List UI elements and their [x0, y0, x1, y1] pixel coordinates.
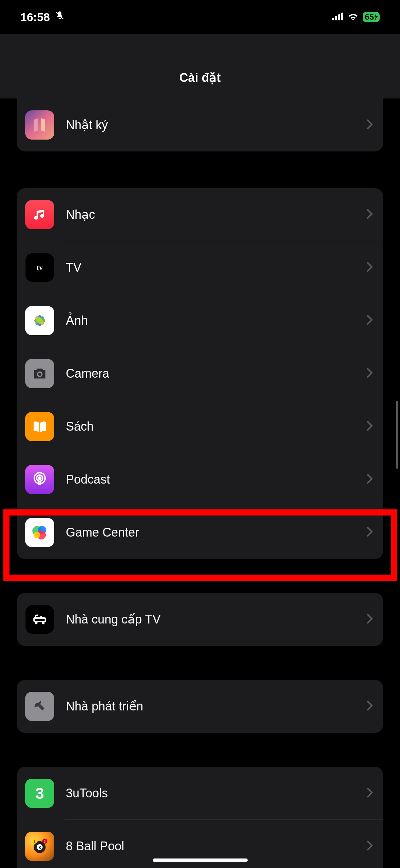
chevron-right-icon: [367, 119, 373, 131]
svg-rect-4: [341, 13, 343, 20]
settings-row-3utools[interactable]: 3 3uTools: [17, 767, 383, 820]
settings-row-label: Camera: [66, 366, 367, 381]
nav-header: Cài đặt: [0, 34, 400, 98]
tv-icon: tv: [25, 253, 54, 282]
books-icon: [25, 412, 54, 441]
chevron-right-icon: [367, 614, 373, 625]
settings-row-label: 3uTools: [66, 786, 367, 800]
settings-row-podcast[interactable]: Podcast: [17, 453, 383, 506]
chevron-right-icon: [367, 788, 373, 799]
settings-row-gamecenter[interactable]: Game Center: [17, 506, 383, 559]
settings-row-label: Nhà cung cấp TV: [66, 612, 367, 627]
settings-row-label: TV: [66, 260, 367, 275]
settings-row-label: 8 Ball Pool: [66, 839, 367, 853]
svg-point-24: [36, 622, 37, 623]
chevron-right-icon: [367, 421, 373, 432]
chevron-right-icon: [367, 474, 373, 485]
chevron-right-icon: [367, 701, 373, 712]
svg-point-18: [38, 477, 41, 479]
status-left: 16:58: [20, 10, 65, 24]
chevron-right-icon: [367, 368, 373, 379]
battery-indicator: 65: [363, 12, 380, 22]
settings-row-label: Podcast: [66, 472, 367, 487]
settings-row-label: Ảnh: [66, 313, 367, 328]
cellular-signal-icon: [332, 12, 344, 22]
svg-text:8: 8: [39, 845, 41, 850]
scroll-indicator[interactable]: [396, 401, 398, 469]
settings-row-journal[interactable]: Nhật ký: [17, 98, 383, 151]
home-indicator[interactable]: [153, 858, 248, 862]
settings-row-label: Game Center: [66, 525, 367, 540]
svg-point-14: [38, 373, 41, 376]
settings-row-tvprovider[interactable]: Nhà cung cấp TV: [17, 593, 383, 646]
8ball-pool-icon: 813: [25, 832, 54, 861]
3utools-icon: 3: [25, 779, 54, 808]
music-icon: [25, 200, 54, 229]
settings-row-label: Sách: [66, 419, 367, 434]
svg-text:3: 3: [44, 840, 46, 843]
svg-text:1: 1: [34, 840, 36, 843]
settings-row-label: Nhà phát triển: [66, 699, 367, 713]
podcast-icon: [25, 465, 54, 494]
settings-group: Nhật ký: [17, 98, 383, 151]
camera-icon: [25, 359, 54, 388]
settings-group: Nhạc tv TV Ảnh Camera: [17, 188, 383, 559]
chevron-right-icon: [367, 315, 373, 326]
developer-icon: [25, 692, 54, 721]
settings-row-label: Nhật ký: [66, 118, 367, 132]
svg-rect-2: [335, 16, 337, 20]
silent-mode-icon: [55, 10, 65, 24]
settings-row-photos[interactable]: Ảnh: [17, 294, 383, 347]
svg-point-22: [34, 532, 40, 538]
settings-row-camera[interactable]: Camera: [17, 347, 383, 400]
page-title: Cài đặt: [179, 71, 221, 85]
battery-percent: 65: [365, 12, 374, 22]
settings-row-tv[interactable]: tv TV: [17, 241, 383, 294]
svg-rect-3: [338, 14, 340, 20]
settings-row-label: Nhạc: [66, 207, 367, 222]
game-center-icon: [25, 518, 54, 547]
svg-point-25: [42, 622, 44, 623]
journal-icon: [25, 110, 54, 140]
status-bar: 16:58 65: [0, 0, 400, 34]
tv-provider-icon: [25, 605, 54, 634]
settings-group: Nhà cung cấp TV: [17, 593, 383, 646]
settings-group: Nhà phát triển: [17, 680, 383, 733]
status-time: 16:58: [20, 11, 50, 24]
chevron-right-icon: [367, 209, 373, 220]
chevron-right-icon: [367, 840, 373, 852]
settings-content: Nhật ký Nhạc tv TV Ảnh: [0, 98, 400, 868]
settings-row-developer[interactable]: Nhà phát triển: [17, 680, 383, 733]
chevron-right-icon: [367, 527, 373, 538]
settings-row-books[interactable]: Sách: [17, 400, 383, 453]
svg-rect-1: [332, 18, 334, 20]
status-right: 65: [332, 12, 380, 22]
chevron-right-icon: [367, 262, 373, 273]
photos-icon: [25, 306, 54, 335]
settings-group: 3 3uTools 813 8 Ball Pool A+ AI Tutor: [17, 767, 383, 868]
svg-rect-23: [34, 618, 45, 621]
wifi-icon: [348, 12, 359, 22]
settings-row-music[interactable]: Nhạc: [17, 188, 383, 241]
